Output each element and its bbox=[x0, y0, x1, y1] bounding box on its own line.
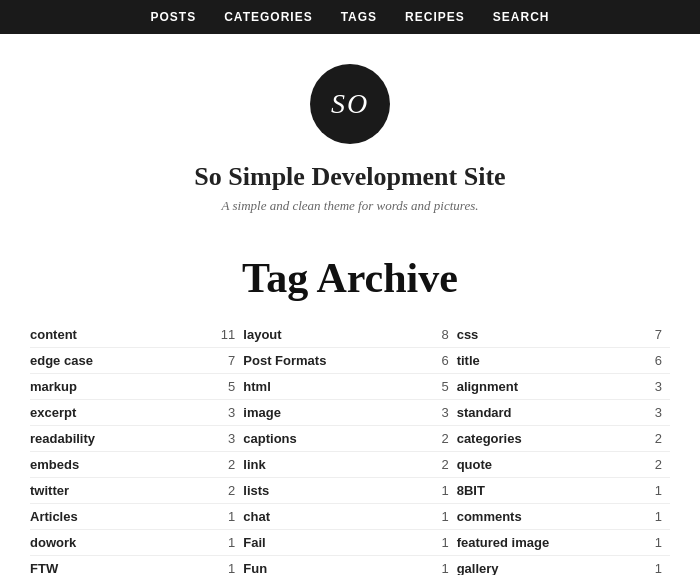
nav-item-recipes[interactable]: RECIPES bbox=[391, 0, 479, 34]
tag-count: 2 bbox=[228, 483, 235, 498]
tag-row: excerpt3 bbox=[30, 400, 243, 426]
tag-column-2: css7title6alignment3standard3categories2… bbox=[457, 322, 670, 575]
tag-row: Articles1 bbox=[30, 504, 243, 530]
tag-count: 1 bbox=[655, 509, 662, 524]
tag-row: twitter2 bbox=[30, 478, 243, 504]
tag-name[interactable]: comments bbox=[457, 509, 522, 524]
tag-count: 1 bbox=[441, 509, 448, 524]
tag-name[interactable]: featured image bbox=[457, 535, 549, 550]
tag-count: 5 bbox=[228, 379, 235, 394]
tag-count: 2 bbox=[228, 457, 235, 472]
tag-column-0: content11edge case7markup5excerpt3readab… bbox=[30, 322, 243, 575]
tag-row: quote2 bbox=[457, 452, 670, 478]
tag-count: 2 bbox=[441, 431, 448, 446]
tag-count: 11 bbox=[221, 327, 235, 342]
tag-row: featured image1 bbox=[457, 530, 670, 556]
tag-row: FTW1 bbox=[30, 556, 243, 575]
tag-row: Fail1 bbox=[243, 530, 456, 556]
tag-name[interactable]: lists bbox=[243, 483, 269, 498]
site-tagline: A simple and clean theme for words and p… bbox=[20, 198, 680, 214]
tag-name[interactable]: html bbox=[243, 379, 270, 394]
tag-count: 6 bbox=[655, 353, 662, 368]
tag-row: html5 bbox=[243, 374, 456, 400]
tag-name[interactable]: FTW bbox=[30, 561, 58, 575]
tag-row: markup5 bbox=[30, 374, 243, 400]
page-title: Tag Archive bbox=[0, 254, 700, 302]
tag-count: 3 bbox=[441, 405, 448, 420]
site-title: So Simple Development Site bbox=[20, 162, 680, 192]
tag-name[interactable]: Fun bbox=[243, 561, 267, 575]
tag-name[interactable]: 8BIT bbox=[457, 483, 485, 498]
tag-count: 1 bbox=[228, 509, 235, 524]
tag-count: 3 bbox=[655, 379, 662, 394]
main-nav: POSTSCATEGORIESTAGSRECIPESSEARCH bbox=[0, 0, 700, 34]
tag-name[interactable]: dowork bbox=[30, 535, 76, 550]
tag-count: 3 bbox=[228, 431, 235, 446]
tag-row: image3 bbox=[243, 400, 456, 426]
tag-count: 3 bbox=[655, 405, 662, 420]
tag-row: categories2 bbox=[457, 426, 670, 452]
tag-row: alignment3 bbox=[457, 374, 670, 400]
tag-name[interactable]: link bbox=[243, 457, 265, 472]
tag-row: link2 bbox=[243, 452, 456, 478]
tag-name[interactable]: edge case bbox=[30, 353, 93, 368]
tag-row: Fun1 bbox=[243, 556, 456, 575]
tag-name[interactable]: css bbox=[457, 327, 479, 342]
tag-name[interactable]: twitter bbox=[30, 483, 69, 498]
tag-row: edge case7 bbox=[30, 348, 243, 374]
nav-item-search[interactable]: SEARCH bbox=[479, 0, 564, 34]
tag-count: 6 bbox=[441, 353, 448, 368]
tag-row: title6 bbox=[457, 348, 670, 374]
tag-count: 1 bbox=[441, 535, 448, 550]
tag-name[interactable]: alignment bbox=[457, 379, 518, 394]
tag-row: Post Formats6 bbox=[243, 348, 456, 374]
tag-name[interactable]: readability bbox=[30, 431, 95, 446]
nav-item-posts[interactable]: POSTS bbox=[137, 0, 211, 34]
tag-row: captions2 bbox=[243, 426, 456, 452]
tag-name[interactable]: excerpt bbox=[30, 405, 76, 420]
tag-count: 2 bbox=[655, 431, 662, 446]
tag-name[interactable]: layout bbox=[243, 327, 281, 342]
tag-name[interactable]: quote bbox=[457, 457, 492, 472]
tag-row: readability3 bbox=[30, 426, 243, 452]
tag-name[interactable]: title bbox=[457, 353, 480, 368]
tag-name[interactable]: captions bbox=[243, 431, 296, 446]
tag-name[interactable]: image bbox=[243, 405, 281, 420]
tag-count: 1 bbox=[441, 483, 448, 498]
logo-circle: SO bbox=[310, 64, 390, 144]
tag-name[interactable]: chat bbox=[243, 509, 270, 524]
tag-name[interactable]: markup bbox=[30, 379, 77, 394]
tag-count: 2 bbox=[655, 457, 662, 472]
tag-count: 1 bbox=[228, 535, 235, 550]
tag-row: chat1 bbox=[243, 504, 456, 530]
tag-name[interactable]: Articles bbox=[30, 509, 78, 524]
tag-count: 8 bbox=[441, 327, 448, 342]
tag-column-1: layout8Post Formats6html5image3captions2… bbox=[243, 322, 456, 575]
logo-text: SO bbox=[331, 88, 369, 120]
tag-count: 3 bbox=[228, 405, 235, 420]
tag-row: css7 bbox=[457, 322, 670, 348]
tag-row: embeds2 bbox=[30, 452, 243, 478]
tag-row: comments1 bbox=[457, 504, 670, 530]
nav-item-tags[interactable]: TAGS bbox=[327, 0, 391, 34]
tag-count: 1 bbox=[655, 483, 662, 498]
tag-row: standard3 bbox=[457, 400, 670, 426]
tag-row: content11 bbox=[30, 322, 243, 348]
tag-count: 5 bbox=[441, 379, 448, 394]
tag-name[interactable]: Post Formats bbox=[243, 353, 326, 368]
tag-name[interactable]: gallery bbox=[457, 561, 499, 575]
tag-row: gallery1 bbox=[457, 556, 670, 575]
tag-name[interactable]: standard bbox=[457, 405, 512, 420]
tag-count: 1 bbox=[228, 561, 235, 575]
nav-item-categories[interactable]: CATEGORIES bbox=[210, 0, 326, 34]
tags-grid: content11edge case7markup5excerpt3readab… bbox=[10, 322, 690, 575]
tag-row: layout8 bbox=[243, 322, 456, 348]
tag-count: 1 bbox=[655, 535, 662, 550]
tag-count: 7 bbox=[655, 327, 662, 342]
tag-name[interactable]: categories bbox=[457, 431, 522, 446]
tag-name[interactable]: content bbox=[30, 327, 77, 342]
tag-name[interactable]: Fail bbox=[243, 535, 265, 550]
site-header: SO So Simple Development Site A simple a… bbox=[0, 34, 700, 224]
tag-name[interactable]: embeds bbox=[30, 457, 79, 472]
tag-count: 1 bbox=[441, 561, 448, 575]
